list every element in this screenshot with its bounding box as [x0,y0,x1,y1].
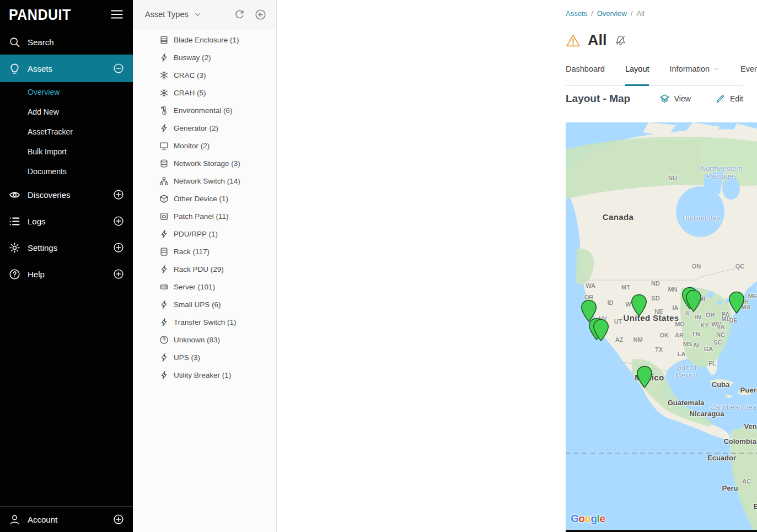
tab-bar: DashboardLayoutInformationEventsAccess C… [566,60,743,86]
asset-type-rack[interactable]: Rack (117) [133,243,276,260]
sidebar-sections: DiscoveriesLogsSettingsHelp [0,181,133,287]
expand-icon[interactable] [113,242,124,253]
breadcrumb-overview[interactable]: Overview [597,9,627,18]
map-marker-8[interactable] [636,366,653,389]
asset-type-environmental[interactable]: Environmental (6) [133,101,276,119]
edit-button[interactable]: Edit [715,94,743,104]
asset-type-utility-breaker[interactable]: Utility Breaker (1) [133,366,276,384]
asset-type-server[interactable]: Server (101) [133,278,276,295]
asset-type-busway[interactable]: Busway (2) [133,49,276,66]
map-marker-6[interactable] [685,289,702,313]
asset-type-label: Environmental (6) [174,106,233,115]
sidebar-item-discoveries[interactable]: Discoveries [0,181,133,208]
equator-line [566,453,757,454]
asset-type-small-ups[interactable]: Small UPS (6) [133,295,276,313]
sidebar-item-logs[interactable]: Logs [0,208,133,234]
question-icon [159,335,169,345]
expand-icon[interactable] [113,268,124,280]
bolt-icon [159,265,169,274]
asset-type-label: Transfer Switch (1) [174,318,237,326]
tab-layout[interactable]: Layout [625,60,649,85]
page-title: All [588,32,607,49]
asset-type-crac[interactable]: CRAC (3) [133,66,276,84]
asset-type-label: Rack PDU (29) [174,265,224,273]
cube-icon [159,194,169,203]
bolt-icon [159,370,169,380]
asset-type-network-switch[interactable]: Network Switch (14) [133,172,276,190]
collapse-panel-icon[interactable] [255,9,266,20]
breadcrumb-separator: / [591,9,593,18]
refresh-icon[interactable] [234,9,245,20]
asset-type-label: Network Switch (14) [174,177,240,185]
asset-type-label: Generator (2) [174,124,218,132]
sidebar-item-help[interactable]: Help [0,261,133,287]
server-icon [159,282,169,292]
chevron-down-icon[interactable] [194,10,202,19]
monitor-icon [159,141,169,151]
hamburger-menu-icon[interactable] [110,7,124,22]
title-row: All [566,32,626,49]
window-edge [566,530,757,532]
sidebar-item-label: Discoveries [28,190,71,200]
search-icon [9,36,20,48]
chevron-down-icon [713,66,720,73]
asset-type-generator[interactable]: Generator (2) [133,119,276,137]
expand-icon[interactable] [113,514,124,525]
breadcrumb-assets[interactable]: Assets [566,9,587,18]
asset-type-blade-enclosure[interactable]: Blade Enclosure (1) [133,31,276,49]
expand-icon[interactable] [113,216,124,227]
asset-types-title[interactable]: Asset Types [145,10,189,19]
asset-type-label: Rack (117) [174,248,210,256]
asset-type-label: Server (101) [174,283,215,291]
asset-type-label: Patch Panel (11) [174,212,229,221]
asset-type-crah[interactable]: CRAH (5) [133,84,276,101]
bell-muted-icon[interactable] [615,35,626,46]
person-icon [9,514,20,525]
bolt-icon [159,53,169,62]
asset-type-monitor[interactable]: Monitor (2) [133,137,276,154]
asset-type-network-storage[interactable]: Network Storage (3) [133,154,276,172]
asset-type-label: Network Storage (3) [174,159,240,168]
sidebar-subitem-bulk-import[interactable]: Bulk Import [0,142,133,162]
snowflake-icon [159,88,169,98]
tab-information[interactable]: Information [669,60,720,85]
google-logo[interactable]: Google [571,513,605,525]
expand-icon[interactable] [113,189,124,200]
asset-type-label: PDU/RPP (1) [174,230,218,238]
asset-types-panel: Asset Types Blade Enclosure (1)Busway (2… [133,0,277,532]
sidebar-item-label: Settings [28,243,57,252]
collapse-icon[interactable] [113,63,124,74]
tab-label: Dashboard [566,65,605,73]
asset-type-other-device[interactable]: Other Device (1) [133,190,276,207]
asset-type-label: UPS (3) [174,353,200,362]
tab-events[interactable]: Events [740,60,757,85]
map-marker-3[interactable] [593,319,609,342]
tab-dashboard[interactable]: Dashboard [566,60,605,85]
sidebar-item-account[interactable]: Account [0,506,133,532]
sidebar-subitem-overview[interactable]: Overview [0,82,133,102]
map-marker-4[interactable] [631,294,647,317]
asset-type-ups[interactable]: UPS (3) [133,348,276,366]
asset-type-label: Unknown (83) [174,336,220,344]
asset-type-label: Other Device (1) [174,195,228,203]
sidebar-item-label: Assets [28,64,52,73]
sidebar-item-settings[interactable]: Settings [0,234,133,261]
sidebar-subitem-add-new[interactable]: Add New [0,102,133,122]
patch-panel-icon [159,212,169,221]
asset-type-label: Busway (2) [174,53,211,62]
section-title: Layout - Map [566,93,630,105]
sidebar-item-search[interactable]: Search [0,29,133,55]
sidebar-item-assets[interactable]: Assets [0,55,133,82]
asset-type-label: Small UPS (6) [174,300,221,309]
asset-type-rack-pdu[interactable]: Rack PDU (29) [133,260,276,278]
view-button[interactable]: View [659,94,691,104]
asset-type-patch-panel[interactable]: Patch Panel (11) [133,207,276,225]
asset-type-pdu-rpp[interactable]: PDU/RPP (1) [133,225,276,243]
map-marker-7[interactable] [728,291,745,314]
sidebar: PANDUIT Search Assets OverviewAdd NewAss… [0,0,133,532]
map-canvas[interactable]: CanadaUnited StatesMexicoBrazilGreenland… [566,122,757,530]
asset-type-unknown[interactable]: Unknown (83) [133,331,276,348]
sidebar-subitem-documents[interactable]: Documents [0,162,133,181]
asset-type-transfer-switch[interactable]: Transfer Switch (1) [133,313,276,331]
sidebar-subitem-assettracker[interactable]: AssetTracker [0,122,133,142]
